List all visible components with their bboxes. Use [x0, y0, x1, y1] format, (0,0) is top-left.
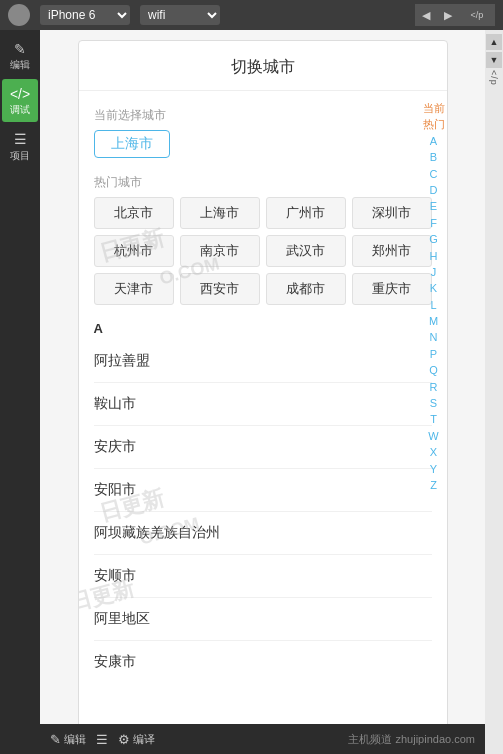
alpha-T[interactable]: T [430, 412, 437, 427]
hot-city-zhengzhou[interactable]: 郑州市 [352, 235, 432, 267]
city-item-alashanmeng[interactable]: 阿拉善盟 [94, 340, 432, 383]
city-item-anshunshi[interactable]: 安顺市 [94, 555, 432, 598]
right-panel-down-button[interactable]: ▼ [486, 52, 502, 68]
hot-city-wuhan[interactable]: 武汉市 [266, 235, 346, 267]
alpha-A[interactable]: A [430, 134, 437, 149]
sidebar-item-project-label: 项目 [10, 150, 30, 161]
alpha-P[interactable]: P [430, 347, 437, 362]
top-bar-right-actions: ◀ ▶ </p [415, 4, 495, 26]
left-sidebar: ✎ 编辑 </> 调试 ☰ 项目 [0, 30, 40, 754]
code-tag-button[interactable]: </p [459, 4, 495, 26]
alpha-C[interactable]: C [430, 167, 438, 182]
hot-city-guangzhou[interactable]: 广州市 [266, 197, 346, 229]
city-content[interactable]: 当前 热门 A B C D E F G H J K L M N P Q [79, 91, 447, 729]
alpha-B[interactable]: B [430, 150, 437, 165]
section-header-A: A [94, 315, 432, 340]
current-city-button[interactable]: 上海市 [94, 130, 170, 158]
top-bar: iPhone 6 wifi ◀ ▶ </p [0, 0, 503, 30]
alpha-S[interactable]: S [430, 396, 437, 411]
hot-city-shenzhen[interactable]: 深圳市 [352, 197, 432, 229]
hot-city-tianjin[interactable]: 天津市 [94, 273, 174, 305]
current-city-label: 当前选择城市 [94, 107, 432, 124]
alpha-H[interactable]: H [430, 249, 438, 264]
bottom-edit-label: 编辑 [64, 732, 86, 747]
hot-city-nanjing[interactable]: 南京市 [180, 235, 260, 267]
city-item-anyangshi[interactable]: 安阳市 [94, 469, 432, 512]
alpha-D[interactable]: D [430, 183, 438, 198]
right-panel-code-tag: </p [489, 70, 499, 86]
arrow-right-button[interactable]: ▶ [437, 4, 459, 26]
alpha-Q[interactable]: Q [429, 363, 438, 378]
alpha-L[interactable]: L [430, 298, 436, 313]
project-icon: ☰ [4, 130, 36, 148]
main-layout: ✎ 编辑 </> 调试 ☰ 项目 日更新 O.COM 日更新 O.COM 日更新 [0, 30, 503, 754]
alpha-G[interactable]: G [429, 232, 438, 247]
city-item-anshanshi[interactable]: 鞍山市 [94, 383, 432, 426]
alpha-X[interactable]: X [430, 445, 437, 460]
city-item-alidiqu[interactable]: 阿里地区 [94, 598, 432, 641]
city-item-abazangzu[interactable]: 阿坝藏族羌族自治州 [94, 512, 432, 555]
alpha-Z[interactable]: Z [430, 478, 437, 493]
bottom-brand: 主机频道 zhujipindao.com [348, 732, 475, 747]
sidebar-item-edit[interactable]: ✎ 编辑 [2, 34, 38, 77]
alpha-current[interactable]: 当前 [423, 101, 445, 116]
bottom-bar: ✎ 编辑 ☰ ⚙ 编译 主机频道 zhujipindao.com [40, 724, 485, 754]
compose-icon: ✎ [50, 732, 61, 747]
alpha-M[interactable]: M [429, 314, 438, 329]
alpha-E[interactable]: E [430, 199, 437, 214]
hot-city-chengdu[interactable]: 成都市 [266, 273, 346, 305]
hot-city-xian[interactable]: 西安市 [180, 273, 260, 305]
bottom-translate-item[interactable]: ⚙ 编译 [118, 732, 155, 747]
avatar [8, 4, 30, 26]
hot-cities-grid: 北京市 上海市 广州市 深圳市 杭州市 南京市 武汉市 郑州市 天津市 西安市 … [94, 197, 432, 305]
city-item-anqingshi[interactable]: 安庆市 [94, 426, 432, 469]
content-area: 日更新 O.COM 日更新 O.COM 日更新 切换城市 当前 热门 A B C [40, 30, 485, 754]
hot-city-shanghai[interactable]: 上海市 [180, 197, 260, 229]
translate-icon: ⚙ [118, 732, 130, 747]
right-panel: ▲ ▼ </p [485, 30, 503, 754]
alpha-J[interactable]: J [431, 265, 437, 280]
bottom-translate-label: 编译 [133, 732, 155, 747]
bottom-edit-item[interactable]: ✎ 编辑 [50, 732, 86, 747]
alpha-R[interactable]: R [430, 380, 438, 395]
sidebar-item-debug-label: 调试 [10, 104, 30, 115]
device-selector[interactable]: iPhone 6 [40, 5, 130, 25]
list-icon: ☰ [96, 732, 108, 747]
page-title: 切换城市 [79, 41, 447, 91]
edit-icon: ✎ [4, 40, 36, 58]
city-item-ankangshi[interactable]: 安康市 [94, 641, 432, 683]
alpha-W[interactable]: W [428, 429, 438, 444]
alpha-hot[interactable]: 热门 [423, 117, 445, 132]
alpha-index: 当前 热门 A B C D E F G H J K L M N P Q [423, 101, 445, 493]
hot-city-beijing[interactable]: 北京市 [94, 197, 174, 229]
sidebar-item-edit-label: 编辑 [10, 59, 30, 70]
alpha-Y[interactable]: Y [430, 462, 437, 477]
phone-frame: 日更新 O.COM 日更新 O.COM 日更新 切换城市 当前 热门 A B C [78, 40, 448, 730]
wifi-selector[interactable]: wifi [140, 5, 220, 25]
alpha-F[interactable]: F [430, 216, 437, 231]
bottom-list-item[interactable]: ☰ [96, 732, 108, 747]
hot-city-hangzhou[interactable]: 杭州市 [94, 235, 174, 267]
sidebar-item-project[interactable]: ☰ 项目 [2, 124, 38, 167]
hot-cities-label: 热门城市 [94, 174, 432, 191]
debug-icon: </> [4, 85, 36, 103]
arrow-left-button[interactable]: ◀ [415, 4, 437, 26]
right-panel-up-button[interactable]: ▲ [486, 34, 502, 50]
sidebar-item-debug[interactable]: </> 调试 [2, 79, 38, 122]
hot-city-chongqing[interactable]: 重庆市 [352, 273, 432, 305]
alpha-K[interactable]: K [430, 281, 437, 296]
alpha-N[interactable]: N [430, 330, 438, 345]
